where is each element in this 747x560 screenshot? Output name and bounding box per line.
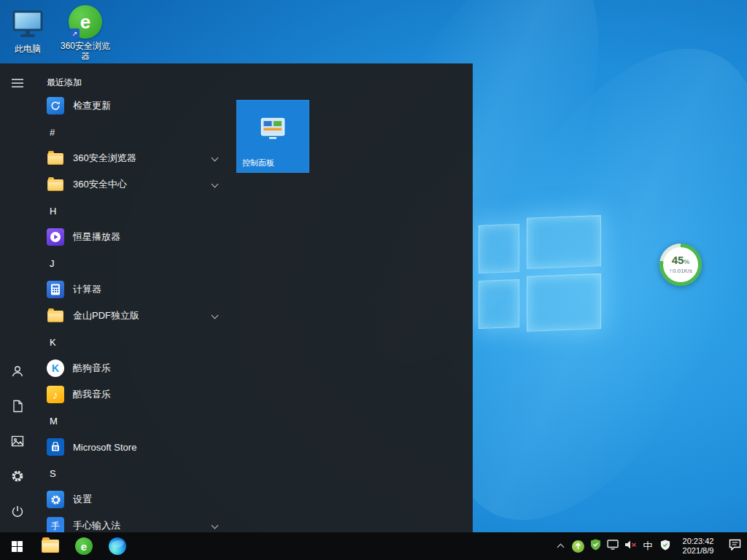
- ime-indicator[interactable]: 中: [639, 532, 657, 560]
- app-item-settings[interactable]: 设置: [42, 486, 226, 513]
- folder-icon: [47, 176, 64, 193]
- desktop-icon-label: 360安全浏览器: [59, 41, 112, 61]
- app-item-check-updates[interactable]: 检查更新: [42, 93, 226, 119]
- ime-app-icon: 手: [47, 517, 64, 532]
- user-account-button[interactable]: [0, 355, 35, 390]
- up-ball-icon: [572, 540, 584, 553]
- folder-icon: [47, 149, 64, 167]
- defender-shield-icon: [660, 540, 670, 553]
- notification-bubble-icon: [729, 539, 741, 553]
- recently-added-header: 最近添加: [42, 72, 236, 93]
- store-icon: [47, 438, 64, 456]
- settings-gear-icon: [47, 491, 64, 508]
- app-item-shouxin-ime[interactable]: 手 手心输入法: [42, 513, 226, 532]
- power-icon: [11, 505, 24, 521]
- section-letter[interactable]: J: [42, 250, 226, 276]
- app-item-kingsoft-pdf[interactable]: 金山PDF独立版: [42, 303, 226, 329]
- documents-button[interactable]: [0, 390, 35, 425]
- speed-widget[interactable]: 45% ↑0.01K/s: [659, 244, 702, 286]
- desktop-icon-360-browser[interactable]: e ↗ 360安全浏览器: [58, 4, 113, 61]
- this-pc-icon: [12, 7, 44, 42]
- app-item-hengxing-player[interactable]: 恒星播放器: [42, 224, 226, 250]
- kuwo-icon: ♪: [47, 386, 64, 403]
- chevron-down-icon[interactable]: [212, 522, 219, 529]
- desktop-icon-label: 此电脑: [15, 44, 41, 54]
- volume-button[interactable]: [622, 532, 639, 560]
- app-item-kugou-music[interactable]: K 酷狗音乐: [42, 355, 226, 381]
- system-tray: 中 20:23:42 2021/8/9: [551, 532, 747, 560]
- power-button[interactable]: [0, 495, 35, 530]
- app-item-microsoft-store[interactable]: Microsoft Store: [42, 434, 226, 460]
- edge-icon: [109, 537, 126, 555]
- clock-date: 2021/8/9: [676, 546, 721, 556]
- section-letter[interactable]: S: [42, 460, 226, 486]
- section-letter[interactable]: #: [42, 119, 226, 145]
- start-rail: [0, 63, 35, 532]
- shield-icon: [590, 539, 601, 553]
- user-icon: [11, 365, 24, 381]
- app-list: 最近添加 检查更新 # 360安全浏览器 360安全中心 H: [35, 63, 236, 532]
- taskbar: e: [0, 532, 747, 560]
- update-icon: [47, 97, 64, 114]
- chevron-down-icon[interactable]: [212, 181, 219, 188]
- chevron-up-icon: [557, 544, 564, 551]
- start-button[interactable]: [0, 532, 34, 560]
- windows-logo-pane: [527, 273, 601, 332]
- picture-icon: [11, 435, 24, 450]
- player-icon: [47, 228, 64, 246]
- section-letter[interactable]: K: [42, 329, 226, 355]
- control-panel-icon: [236, 100, 309, 158]
- desktop-screen: 此电脑 e ↗ 360安全浏览器 45% ↑0.01K/s: [0, 0, 747, 560]
- network-icon: [607, 540, 619, 553]
- defender-button[interactable]: [657, 532, 674, 560]
- folder-icon: [42, 540, 59, 553]
- up-arrow-icon: ↑: [669, 268, 672, 274]
- tile-area: 控制面板: [236, 63, 473, 532]
- show-hidden-icons-button[interactable]: [551, 532, 569, 560]
- net-speed: ↑0.01K/s: [669, 268, 692, 275]
- tile-control-panel[interactable]: 控制面板: [236, 100, 309, 173]
- windows-logo-pane: [527, 215, 601, 269]
- tile-label: 控制面板: [236, 158, 309, 173]
- windows-logo: [474, 211, 607, 351]
- desktop-icon-this-pc[interactable]: 此电脑: [0, 7, 55, 54]
- start-menu: 最近添加 检查更新 # 360安全浏览器 360安全中心 H: [0, 63, 473, 532]
- windows-start-icon: [12, 541, 23, 552]
- calculator-icon: [47, 281, 64, 298]
- gear-icon: [11, 470, 24, 486]
- app-item-360-center[interactable]: 360安全中心: [42, 171, 226, 198]
- volume-muted-icon: [624, 540, 637, 553]
- chevron-down-icon[interactable]: [212, 155, 219, 162]
- speed-widget-body: 45% ↑0.01K/s: [663, 247, 698, 282]
- app-item-kuwo-music[interactable]: ♪ 酷我音乐: [42, 381, 226, 408]
- folder-icon: [47, 307, 64, 324]
- hamburger-icon: [12, 78, 23, 91]
- tray-360-speedball[interactable]: [569, 532, 587, 560]
- settings-button[interactable]: [0, 460, 35, 495]
- windows-logo-pane: [479, 279, 519, 329]
- shortcut-arrow-icon: ↗: [70, 28, 80, 38]
- section-letter[interactable]: H: [42, 198, 226, 224]
- network-button[interactable]: [604, 532, 622, 560]
- edge-taskbar-button[interactable]: [101, 532, 134, 560]
- windows-logo-pane: [479, 224, 519, 273]
- document-icon: [12, 400, 23, 416]
- chevron-down-icon[interactable]: [212, 312, 219, 319]
- expand-menu-button[interactable]: [0, 67, 35, 102]
- tray-360-security[interactable]: [587, 532, 604, 560]
- 360-browser-icon: e: [75, 537, 93, 555]
- app-item-360-browser[interactable]: 360安全浏览器: [42, 145, 226, 171]
- clock[interactable]: 20:23:42 2021/8/9: [674, 537, 722, 556]
- app-item-calculator[interactable]: 计算器: [42, 276, 226, 303]
- kugou-icon: K: [47, 359, 64, 377]
- section-letter[interactable]: M: [42, 408, 226, 434]
- 360-browser-taskbar-button[interactable]: e: [67, 532, 101, 560]
- file-explorer-button[interactable]: [34, 532, 67, 560]
- memory-percent: 45%: [672, 254, 690, 268]
- clock-time: 20:23:42: [676, 537, 721, 546]
- pictures-button[interactable]: [0, 425, 35, 460]
- action-center-button[interactable]: [722, 532, 747, 560]
